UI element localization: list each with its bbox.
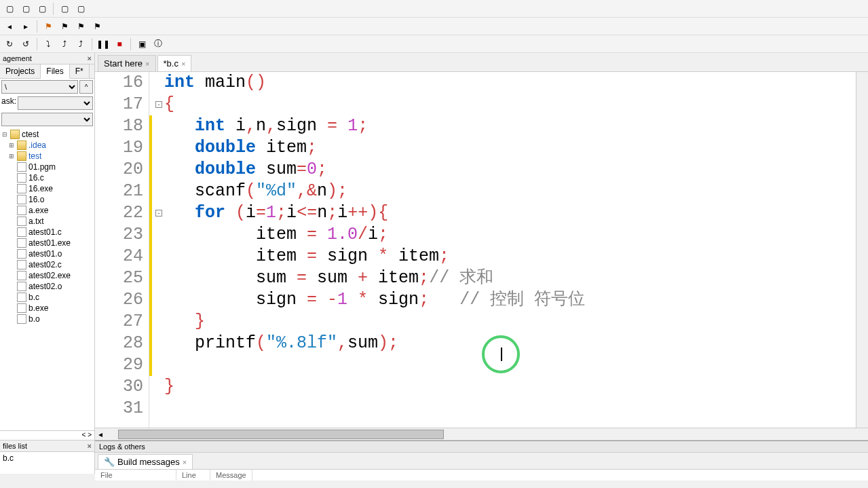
grid-header[interactable]: File: [95, 470, 176, 481]
scroll-left-icon[interactable]: <: [82, 431, 86, 438]
tree-file[interactable]: a.exe: [1, 205, 93, 216]
grid-header[interactable]: Message: [210, 470, 252, 481]
tree-file[interactable]: atest02.c: [1, 259, 93, 270]
toolbar-btn[interactable]: ▢: [19, 2, 33, 16]
close-icon[interactable]: ×: [88, 442, 92, 450]
line-number[interactable]: 17: [95, 94, 143, 115]
line-number[interactable]: 28: [95, 333, 143, 354]
editor-tab[interactable]: *b.c×: [157, 55, 192, 71]
line-number[interactable]: 25: [95, 267, 143, 289]
code-line[interactable]: double item;: [164, 137, 856, 159]
line-number[interactable]: 23: [95, 224, 143, 246]
fold-toggle[interactable]: -: [155, 101, 162, 108]
fold-toggle[interactable]: -: [155, 210, 162, 217]
line-number[interactable]: 30: [95, 376, 143, 398]
line-number[interactable]: 18: [95, 115, 143, 137]
build-messages-tab[interactable]: 🔧 Build messages ×: [98, 454, 193, 469]
code-line[interactable]: int main(): [164, 72, 856, 94]
code-line[interactable]: {: [164, 94, 856, 115]
tree-folder[interactable]: ⊟ctest: [1, 129, 93, 140]
code-line[interactable]: double sum=0;: [164, 159, 856, 181]
flag-next-icon[interactable]: ⚑: [74, 20, 88, 33]
code-line[interactable]: item = 1.0/i;: [164, 224, 856, 246]
tree-file[interactable]: b.exe: [1, 303, 93, 314]
tree-file[interactable]: atest02.exe: [1, 270, 93, 281]
left-tab-projects[interactable]: Projects: [0, 64, 41, 78]
vertical-scrollbar[interactable]: [856, 72, 868, 428]
tree-file[interactable]: atest02.o: [1, 281, 93, 292]
debug-btn[interactable]: ↺: [19, 37, 33, 51]
code-line[interactable]: }: [164, 376, 856, 398]
line-number[interactable]: 31: [95, 398, 143, 419]
code-line[interactable]: int i,n,sign = 1;: [164, 115, 856, 137]
code-line[interactable]: for (i=1;i<=n;i++){: [164, 202, 856, 224]
line-number[interactable]: 24: [95, 246, 143, 267]
filter-select[interactable]: [1, 113, 93, 126]
code-line[interactable]: [164, 354, 856, 376]
close-icon[interactable]: ×: [183, 458, 187, 466]
debug-btn[interactable]: ↻: [3, 37, 16, 51]
step-out-icon[interactable]: ⤴: [74, 37, 88, 51]
step-over-icon[interactable]: ⤵: [41, 37, 55, 51]
line-number[interactable]: 26: [95, 289, 143, 311]
flag-icon[interactable]: ⚑: [41, 20, 55, 33]
line-number[interactable]: 27: [95, 311, 143, 333]
tree-file[interactable]: 16.exe: [1, 183, 93, 194]
tree-folder[interactable]: ⊞.idea: [1, 140, 93, 151]
bookmark-prev-icon[interactable]: ◂: [3, 20, 16, 33]
code-line[interactable]: sum = sum + item;// 求和: [164, 267, 856, 289]
ask-select[interactable]: [18, 96, 93, 110]
code-line[interactable]: }: [164, 311, 856, 333]
file-tree[interactable]: ⊟ctest⊞.idea⊞test01.pgm16.c16.exe16.oa.e…: [0, 128, 94, 430]
scrollbar-thumb[interactable]: [118, 430, 444, 439]
tree-file[interactable]: 16.c: [1, 172, 93, 183]
code-editor[interactable]: 16171819202122232425262728293031 -- int …: [95, 72, 868, 428]
line-number[interactable]: 19: [95, 137, 143, 159]
stop-icon[interactable]: ■: [113, 37, 126, 51]
window-icon[interactable]: ▣: [135, 37, 149, 51]
line-number[interactable]: 22: [95, 202, 143, 224]
tree-file[interactable]: b.o: [1, 314, 93, 324]
code-line[interactable]: item = sign * item;: [164, 246, 856, 267]
tree-folder[interactable]: ⊞test: [1, 151, 93, 162]
tree-file[interactable]: atest01.exe: [1, 238, 93, 248]
toolbar-btn[interactable]: ▢: [3, 2, 16, 16]
editor-tab[interactable]: Start here×: [98, 55, 156, 71]
step-into-icon[interactable]: ⤴: [58, 37, 71, 51]
left-tab-f*[interactable]: F*: [70, 64, 90, 78]
tree-file[interactable]: 16.o: [1, 194, 93, 205]
toolbar-btn[interactable]: ▢: [58, 2, 71, 16]
code-line[interactable]: [164, 398, 856, 419]
horizontal-scrollbar[interactable]: ◂: [95, 428, 868, 440]
grid-header[interactable]: Line: [176, 470, 210, 481]
left-tab-files[interactable]: Files: [41, 64, 69, 79]
bookmark-next-icon[interactable]: ▸: [19, 20, 33, 33]
line-number[interactable]: 21: [95, 181, 143, 202]
toolbar-btn[interactable]: ▢: [35, 2, 49, 16]
close-icon[interactable]: ×: [145, 60, 149, 68]
code-line[interactable]: printf("%.8lf",sum);: [164, 333, 856, 354]
info-icon[interactable]: ⓘ: [151, 37, 165, 51]
scroll-right-icon[interactable]: >: [88, 431, 92, 438]
code-line[interactable]: scanf("%d",&n);: [164, 181, 856, 202]
close-icon[interactable]: ×: [88, 54, 92, 62]
expand-icon[interactable]: ⊞: [8, 142, 15, 149]
tree-file[interactable]: b.c: [1, 292, 93, 303]
close-icon[interactable]: ×: [181, 60, 185, 68]
flag-prev-icon[interactable]: ⚑: [58, 20, 71, 33]
path-select[interactable]: \: [1, 80, 78, 94]
line-number[interactable]: 29: [95, 354, 143, 376]
files-list-item[interactable]: b.c: [0, 452, 94, 464]
line-number[interactable]: 20: [95, 159, 143, 181]
tree-file[interactable]: atest01.c: [1, 227, 93, 238]
flag-clear-icon[interactable]: ⚑: [90, 20, 104, 33]
tree-file[interactable]: 01.pgm: [1, 162, 93, 172]
expand-icon[interactable]: ⊞: [8, 153, 15, 159]
pause-icon[interactable]: ❚❚: [96, 37, 110, 51]
line-number[interactable]: 16: [95, 72, 143, 94]
tree-file[interactable]: a.txt: [1, 216, 93, 227]
expand-icon[interactable]: ⊟: [1, 131, 8, 138]
up-button[interactable]: ^: [79, 80, 93, 94]
code-line[interactable]: sign = -1 * sign; // 控制 符号位: [164, 289, 856, 311]
toolbar-btn[interactable]: ▢: [74, 2, 88, 16]
